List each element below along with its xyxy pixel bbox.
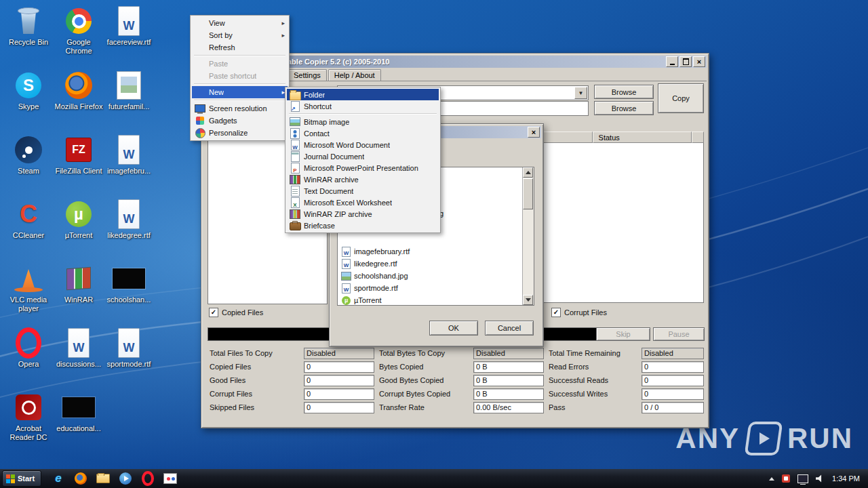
browse-source-button[interactable]: Browse [594, 85, 654, 99]
stat-value: 0 B [473, 361, 544, 373]
desktop-icon-imagefebru[interactable]: imagefebru... [103, 134, 155, 176]
menu-item-winrar-zip-archive[interactable]: WinRAR ZIP archive [287, 208, 439, 220]
menu-item-paste[interactable]: Paste [192, 58, 288, 70]
utorrent-icon [62, 199, 95, 230]
firefox-taskbar-icon[interactable] [74, 472, 87, 485]
tab-help-about[interactable]: Help / About [328, 69, 381, 81]
cancel-button[interactable]: Cancel [485, 321, 534, 336]
internet-explorer-icon[interactable] [52, 472, 65, 485]
stat-successful-reads: Successful Reads0 [549, 373, 704, 387]
desktop-icon-mozilla-firefox[interactable]: Mozilla Firefox [53, 70, 104, 111]
file-list-item-µtorrent[interactable]: µTorrent [341, 295, 382, 306]
desktop-icon-facereview-rtf[interactable]: facereview.rtf [103, 5, 155, 47]
file-list-item-schoolshand-jpg[interactable]: schoolshand.jpg [341, 270, 408, 281]
skip-button[interactable]: Skip [596, 327, 650, 341]
menu-item-winrar-archive[interactable]: WinRAR archive [287, 174, 439, 185]
menu-item-sort-by[interactable]: Sort by▸ [192, 29, 288, 41]
menu-item-gadgets[interactable]: Gadgets [192, 115, 288, 127]
paint-icon[interactable] [163, 472, 177, 485]
menu-separator [194, 83, 285, 85]
file-list-item-imagefebruary-rtf[interactable]: imagefebruary.rtf [341, 246, 410, 257]
menu-item-screen-resolution[interactable]: Screen resolution [192, 102, 288, 115]
menu-item-briefcase[interactable]: Briefcase [287, 220, 439, 231]
browse-target-button[interactable]: Browse [594, 101, 654, 115]
media-player-icon[interactable] [119, 472, 132, 485]
desktop-icon-skype[interactable]: Skype [3, 70, 54, 111]
menu-item-microsoft-word-document[interactable]: Microsoft Word Document [287, 139, 439, 150]
desktop-icon-ccleaner[interactable]: CCleaner [3, 199, 54, 240]
menu-item-microsoft-excel-worksheet[interactable]: Microsoft Excel Worksheet [287, 197, 439, 208]
menu-item-contact[interactable]: Contact [287, 127, 439, 139]
pause-button[interactable]: Pause [653, 327, 705, 341]
minimize-button[interactable] [666, 56, 678, 67]
scroll-up-button[interactable] [523, 167, 533, 178]
stat-skipped-files: Skipped Files0 [210, 401, 374, 414]
desktop-icon-filezilla-client[interactable]: FileZilla Client [53, 134, 104, 176]
notification-icon[interactable] [782, 474, 790, 483]
desktop-icon-futurefamil[interactable]: futurefamil... [103, 70, 155, 111]
file-list-item-sportmode-rtf[interactable]: sportmode.rtf [341, 283, 398, 293]
taskbar-clock[interactable]: 1:34 PM [832, 474, 860, 483]
copy-button[interactable]: Copy [658, 83, 704, 113]
desktop-icon-µtorrent[interactable]: µTorrent [53, 199, 104, 240]
desktop-icon-sportmode-rtf[interactable]: sportmode.rtf [103, 327, 155, 369]
scroll-down-button[interactable] [523, 295, 533, 305]
menu-item-view[interactable]: View▸ [192, 17, 288, 29]
menu-item-folder[interactable]: Folder [287, 89, 439, 100]
menu-item-bitmap-image[interactable]: Bitmap image [287, 116, 439, 127]
opera-taskbar-icon[interactable] [141, 472, 155, 485]
maximize-button[interactable] [679, 56, 692, 67]
desktop-icon-discussions[interactable]: discussions... [53, 327, 104, 369]
desktop-icon-label: Acrobat Reader DC [3, 424, 54, 442]
volume-icon[interactable] [816, 474, 825, 483]
desktop-icon-likedegree-rtf[interactable]: likedegree.rtf [103, 199, 155, 240]
menu-item-refresh[interactable]: Refresh [192, 41, 288, 54]
menu-item-personalize[interactable]: Personalize [192, 127, 288, 139]
stat-transfer-rate: Transfer Rate0.00 B/sec [379, 401, 544, 414]
vlc-icon [12, 263, 45, 294]
stat-good-files: Good Files0 [210, 373, 374, 387]
menu-item-microsoft-powerpoint-presentation[interactable]: Microsoft PowerPoint Presentation [287, 162, 439, 174]
ok-button[interactable]: OK [429, 321, 478, 336]
desktop[interactable]: Recycle BinGoogle Chromefacereview.rtfSk… [0, 0, 868, 488]
dialog-close-button[interactable]: × [528, 127, 540, 138]
desktop-icon-schoolshan[interactable]: schoolshan... [103, 263, 155, 304]
desktop-icon-steam[interactable]: Steam [3, 134, 54, 176]
desktop-icon-vlc-media-player[interactable]: VLC media player [3, 263, 54, 313]
file-list-item-likedegree-rtf[interactable]: likedegree.rtf [341, 258, 397, 269]
corrupt-files-checkbox[interactable]: ✓ [551, 308, 561, 317]
display-icon[interactable] [797, 474, 808, 483]
check-icon: ✓ [211, 309, 216, 316]
menu-item-label: Personalize [206, 129, 248, 137]
desktop-icon-label: CCleaner [3, 231, 54, 240]
stat-value: 0 [304, 402, 374, 413]
scrollbar-thumb[interactable] [523, 178, 533, 209]
explorer-folder-icon[interactable] [96, 472, 110, 485]
menu-item-label: Shortcut [301, 102, 332, 110]
copied-files-option[interactable]: ✓ Copied Files [209, 308, 263, 317]
close-button[interactable]: × [693, 56, 705, 67]
menu-item-paste-shortcut[interactable]: Paste shortcut [192, 70, 288, 82]
desktop-icon-recycle-bin[interactable]: Recycle Bin [3, 5, 54, 47]
chrome-icon [62, 5, 95, 37]
desktop-icon-winrar[interactable]: WinRAR [53, 263, 104, 304]
menu-item-label: Microsoft Excel Worksheet [301, 199, 392, 207]
desktop-icon-google-chrome[interactable]: Google Chrome [53, 5, 104, 56]
desktop-icon-acrobat-reader-dc[interactable]: Acrobat Reader DC [3, 392, 54, 442]
menu-icon-slot [194, 87, 206, 98]
chevron-up-icon[interactable] [769, 477, 774, 481]
corrupt-files-option[interactable]: ✓ Corrupt Files [551, 308, 607, 317]
menu-item-text-document[interactable]: Text Document [287, 185, 439, 197]
desktop-icon-opera[interactable]: Opera [3, 327, 54, 369]
column-header-status[interactable]: Status [593, 131, 692, 143]
blackthumb-icon [62, 392, 95, 423]
start-button[interactable]: Start [2, 470, 41, 487]
menu-item-new[interactable]: New▸ [192, 86, 288, 98]
desktop-icon-educational[interactable]: educational... [53, 392, 104, 433]
dialog-scrollbar[interactable] [522, 167, 534, 305]
menu-item-shortcut[interactable]: Shortcut [287, 100, 439, 112]
menu-item-journal-document[interactable]: Journal Document [287, 150, 439, 162]
copied-files-checkbox[interactable]: ✓ [209, 308, 218, 317]
combo-dropdown-button[interactable]: ▼ [574, 87, 587, 99]
tab-settings[interactable]: Settings [288, 69, 327, 81]
